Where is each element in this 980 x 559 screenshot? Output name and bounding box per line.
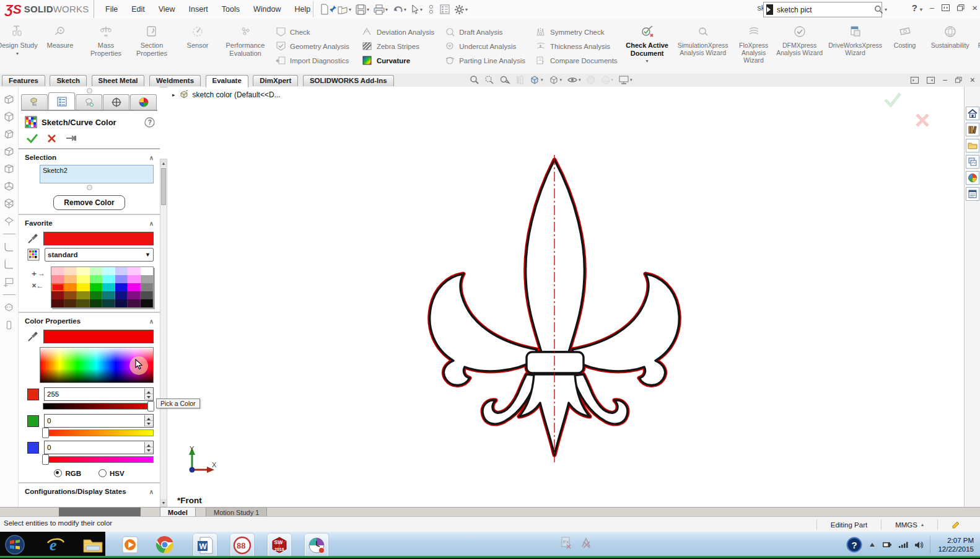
solidworks-taskbar-button[interactable]: SW2016 bbox=[268, 534, 291, 557]
file-explorer-taskbar-icon[interactable] bbox=[82, 534, 104, 556]
section-view-button[interactable] bbox=[515, 75, 524, 85]
view-isometric-icon[interactable] bbox=[2, 197, 15, 210]
tab-weldments[interactable]: Weldments bbox=[149, 75, 201, 86]
chevron-down-icon[interactable]: ▾ bbox=[385, 7, 388, 12]
palette-swatch[interactable] bbox=[77, 267, 90, 275]
internet-explorer-icon[interactable]: e bbox=[45, 534, 67, 556]
start-button[interactable] bbox=[4, 534, 26, 556]
menu-insert[interactable]: Insert bbox=[189, 5, 208, 14]
tab-solidworks-add-ins[interactable]: SOLIDWORKS Add-Ins bbox=[303, 75, 394, 86]
expand-arrow-icon[interactable]: ▸ bbox=[172, 92, 175, 98]
chrome-icon[interactable] bbox=[154, 534, 176, 556]
simulationxpress-wizard-button[interactable]: SimulationXpress Analysis Wizard bbox=[675, 19, 732, 74]
display-style-button[interactable]: ▾ bbox=[548, 74, 562, 86]
chevron-down-icon[interactable]: ▾ bbox=[560, 77, 562, 82]
blue-slider[interactable] bbox=[43, 456, 154, 463]
palette-swatch[interactable] bbox=[102, 299, 115, 307]
chevron-down-icon[interactable]: ▾ bbox=[465, 7, 468, 12]
ok-check-button[interactable] bbox=[26, 133, 38, 143]
feature-tree-root[interactable]: ▸ sketch color (Default<<D... bbox=[172, 90, 281, 99]
palette-swatch[interactable] bbox=[90, 283, 103, 291]
remove-color-button[interactable]: Remove Color bbox=[53, 195, 125, 210]
palette-swatch[interactable] bbox=[128, 291, 141, 299]
mass-properties-button[interactable]: Mass Properties bbox=[83, 19, 129, 74]
blue-spinner[interactable] bbox=[144, 442, 153, 453]
view-back-icon[interactable] bbox=[2, 110, 15, 123]
tab-display-manager[interactable] bbox=[130, 94, 157, 110]
panel-scrollbar[interactable]: ▲ ▼ bbox=[160, 159, 167, 507]
view-left-icon[interactable] bbox=[2, 128, 15, 141]
scrollbar-thumb[interactable] bbox=[161, 168, 166, 205]
floxpress-wizard-button[interactable]: FloXpress Analysis Wizard bbox=[732, 19, 776, 74]
chevron-down-icon[interactable]: ▾ bbox=[541, 77, 543, 82]
word-taskbar-button[interactable]: W bbox=[193, 534, 217, 557]
chevron-down-icon[interactable]: ▾ bbox=[404, 7, 406, 12]
chevron-down-icon[interactable]: ▼ bbox=[145, 252, 151, 258]
minimize-button[interactable]: – bbox=[930, 3, 934, 12]
collapse-chevron-icon[interactable]: ∧ bbox=[149, 220, 154, 227]
palette-swatch[interactable] bbox=[141, 299, 154, 307]
eyedropper-icon[interactable] bbox=[27, 331, 38, 342]
selection-group-header[interactable]: Selection∧ bbox=[19, 149, 160, 164]
palette-swatch[interactable] bbox=[51, 275, 64, 283]
edit-appearance-button[interactable] bbox=[586, 75, 596, 85]
palette-swatch[interactable] bbox=[115, 275, 128, 283]
search-box[interactable]: ▾ bbox=[763, 2, 882, 17]
zoom-to-fit-button[interactable] bbox=[470, 75, 479, 85]
palette-swatch[interactable] bbox=[128, 283, 141, 291]
symmetry-check-button[interactable]: Symmetry Check bbox=[535, 27, 618, 38]
cancel-x-button[interactable] bbox=[47, 134, 56, 143]
custom-properties-icon[interactable] bbox=[966, 187, 979, 201]
sensor-button[interactable]: Sensor bbox=[175, 19, 221, 74]
tab-property-manager[interactable] bbox=[48, 92, 75, 110]
palette-swatch[interactable] bbox=[64, 299, 77, 307]
tab-configuration-manager[interactable] bbox=[76, 94, 102, 110]
collapse-chevron-icon[interactable]: ∧ bbox=[149, 488, 154, 495]
volume-icon[interactable] bbox=[914, 541, 924, 549]
costing-button[interactable]: Costing bbox=[888, 19, 922, 74]
tab-sheet-metal[interactable]: Sheet Metal bbox=[92, 75, 145, 86]
doc-minimize-button[interactable]: – bbox=[943, 76, 947, 84]
palette-swatch[interactable] bbox=[115, 267, 128, 275]
palette-swatch[interactable] bbox=[115, 299, 128, 307]
green-spinner[interactable] bbox=[144, 415, 153, 426]
menu-view[interactable]: View bbox=[159, 5, 175, 14]
green-slider-handle[interactable] bbox=[42, 428, 49, 438]
palette-swatch[interactable] bbox=[128, 267, 141, 275]
apply-scene-button[interactable]: ▾ bbox=[601, 75, 614, 85]
network-signal-icon[interactable] bbox=[898, 541, 908, 548]
pane-left-button[interactable] bbox=[911, 77, 919, 84]
selection-resize-grip[interactable] bbox=[87, 185, 92, 190]
red-value-input[interactable] bbox=[45, 390, 144, 398]
rgb-radio[interactable]: RGB bbox=[54, 469, 81, 477]
tab-evaluate[interactable]: Evaluate bbox=[206, 75, 248, 87]
color-gradient-picker[interactable] bbox=[40, 347, 154, 383]
palette-grid-button[interactable] bbox=[27, 249, 40, 261]
options-gear-button[interactable]: ▾ bbox=[453, 3, 469, 16]
view-top-icon[interactable] bbox=[2, 162, 15, 175]
chevron-down-icon[interactable]: ▾ bbox=[420, 7, 422, 12]
scroll-up-arrow[interactable]: ▲ bbox=[160, 159, 167, 167]
palette-swatch[interactable] bbox=[64, 275, 77, 283]
check-button[interactable]: Check bbox=[275, 27, 349, 38]
restore-button[interactable] bbox=[957, 4, 965, 11]
palette-swatch[interactable] bbox=[90, 291, 103, 299]
palette-swatch[interactable] bbox=[77, 283, 90, 291]
undercut-analysis-button[interactable]: Undercut Analysis bbox=[444, 41, 525, 52]
color-properties-group-header[interactable]: Color Properties∧ bbox=[19, 313, 160, 327]
red-spinner[interactable] bbox=[144, 389, 153, 400]
favorite-scheme-dropdown[interactable]: standard ▼ bbox=[45, 248, 154, 262]
zebra-stripes-button[interactable]: Zebra Stripes bbox=[362, 41, 434, 52]
battery-icon[interactable] bbox=[882, 541, 892, 548]
view-front-icon[interactable] bbox=[2, 93, 15, 106]
selection-listbox[interactable]: Sketch2 bbox=[40, 165, 154, 183]
taskbar-clock[interactable]: 2:07 PM 12/22/2015 bbox=[930, 536, 974, 554]
add-favorite-icon[interactable]: ＋→ bbox=[25, 270, 51, 276]
design-study-button[interactable]: Design Study ▾ bbox=[0, 19, 35, 74]
design-library-icon[interactable] bbox=[966, 123, 979, 136]
help-circle-icon[interactable]: ? bbox=[144, 117, 155, 128]
delete-favorite-icon[interactable]: ×← bbox=[25, 283, 51, 289]
zoom-to-area-button[interactable] bbox=[484, 75, 494, 85]
curvature-button[interactable]: Curvature bbox=[362, 55, 434, 66]
task-list-button[interactable] bbox=[439, 3, 451, 15]
